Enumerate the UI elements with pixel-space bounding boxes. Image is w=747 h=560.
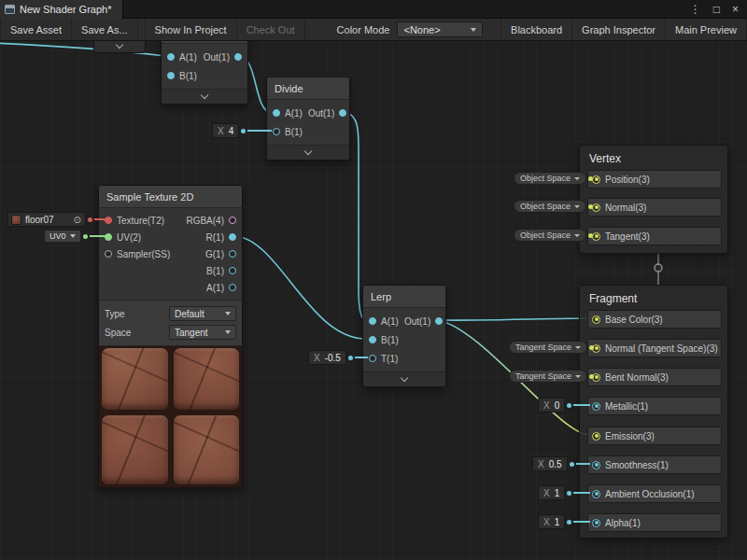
vertex-row-tangent[interactable]: Tangent(3) — [587, 227, 722, 245]
edge[interactable] — [233, 236, 366, 339]
kebab-menu-icon[interactable]: ⋮ — [690, 4, 701, 15]
port-label: A(1) — [179, 52, 197, 63]
port-label: A(1) — [381, 316, 399, 327]
uv-channel-value: UV0 — [49, 231, 66, 241]
position-port[interactable] — [592, 175, 600, 184]
fragment-row-metallic[interactable]: Metallic(1) — [587, 397, 722, 415]
texture-object-field[interactable]: floor07 ⊙ — [7, 212, 86, 227]
fragment-row-normal-tangent[interactable]: Normal (Tangent Space)(3) — [587, 339, 722, 357]
blackboard-button[interactable]: Blackboard — [500, 19, 572, 40]
save-asset-button[interactable]: Save Asset — [0, 19, 72, 40]
chevron-down-icon — [225, 330, 231, 334]
connector-dot — [241, 129, 246, 133]
fragment-block[interactable]: Fragment Base Color(3) Normal (Tangent S… — [579, 285, 728, 539]
alpha-port[interactable] — [592, 519, 600, 527]
fragment-row-emission[interactable]: Emission(3) — [587, 427, 722, 445]
emission-port[interactable] — [592, 432, 600, 441]
chevron-down-icon — [201, 91, 208, 99]
sampler-in-port[interactable] — [105, 250, 112, 258]
connector-dot — [567, 491, 571, 496]
vertex-row-normal[interactable]: Normal(3) — [587, 198, 722, 217]
b-out-port[interactable] — [229, 267, 236, 274]
sample-texture-2d-title[interactable]: Sample Texture 2D — [99, 186, 242, 208]
port-label: Out(1) — [404, 316, 430, 327]
partial-b-port[interactable] — [167, 72, 175, 79]
r-out-port[interactable] — [229, 233, 236, 241]
alpha-default-field[interactable]: X1 — [538, 514, 565, 529]
edge[interactable] — [437, 318, 588, 320]
axis-label: X — [314, 353, 320, 363]
partial-node[interactable]: A(1) Out(1) B(1) — [161, 41, 248, 105]
normal-tangent-space-dropdown[interactable]: Tangent Space — [509, 341, 587, 354]
stack-link-handle[interactable] — [655, 264, 662, 272]
normal-port[interactable] — [592, 203, 600, 212]
divide-collapse-button[interactable] — [267, 145, 349, 160]
g-out-port[interactable] — [229, 250, 236, 258]
vertex-row-position[interactable]: Position(3) — [587, 170, 722, 189]
lerp-node[interactable]: Lerp A(1) Out(1) B(1) T(1) — [362, 285, 446, 387]
lerp-a-port[interactable] — [369, 317, 376, 325]
divide-node-title[interactable]: Divide — [267, 77, 349, 100]
window-tab[interactable]: New Shader Graph* — [0, 0, 123, 19]
connector-line — [94, 218, 107, 220]
main-preview-button[interactable]: Main Preview — [666, 19, 747, 40]
fragment-row-base-color[interactable]: Base Color(3) — [587, 310, 722, 329]
space-dropdown[interactable]: Tangent — [169, 325, 236, 340]
divide-b-default-field[interactable]: X 4 — [212, 123, 239, 138]
graph-inspector-button[interactable]: Graph Inspector — [572, 19, 666, 40]
type-dropdown[interactable]: Default — [169, 306, 236, 321]
show-in-project-button[interactable]: Show In Project — [145, 19, 237, 40]
metallic-default-field[interactable]: X0 — [538, 398, 565, 413]
fragment-row-ambient-occlusion[interactable]: Ambient Occlusion(1) — [587, 484, 722, 503]
base-color-port[interactable] — [592, 315, 600, 324]
connector-dot — [588, 204, 593, 209]
vertex-block[interactable]: Vertex Position(3) Normal(3) Tangent(3) — [579, 145, 728, 254]
fragment-title: Fragment — [589, 292, 637, 305]
a-out-port[interactable] — [229, 284, 236, 291]
port-label: B(1) — [381, 335, 399, 345]
close-icon[interactable]: × — [732, 4, 739, 15]
partial-out-port[interactable] — [234, 53, 242, 61]
save-as-button[interactable]: Save As... — [72, 19, 138, 40]
fragment-row-smoothness[interactable]: Smoothness(1) — [587, 455, 722, 474]
smoothness-port[interactable] — [592, 461, 600, 469]
row-label: Normal(3) — [605, 203, 646, 213]
ambient-occlusion-port[interactable] — [592, 490, 600, 498]
tangent-space-dropdown[interactable]: Object Space — [514, 229, 586, 242]
graph-canvas[interactable]: A(1) Out(1) B(1) Divide A(1) — [0, 41, 747, 560]
chevron-down-icon — [574, 234, 580, 237]
field-value[interactable]: -0.5 — [325, 353, 341, 363]
fragment-row-bent-normal[interactable]: Bent Normal(3) — [587, 368, 722, 386]
divide-node[interactable]: Divide A(1) Out(1) B(1) — [266, 77, 350, 161]
uv-channel-dropdown[interactable]: UV0 — [44, 230, 81, 243]
lerp-out-port[interactable] — [435, 317, 443, 325]
color-mode-dropdown[interactable]: <None> — [397, 21, 483, 37]
color-mode-label: Color Mode — [330, 19, 398, 40]
lerp-t-default-field[interactable]: X -0.5 — [308, 350, 346, 365]
lerp-node-title[interactable]: Lerp — [363, 286, 445, 308]
object-picker-icon[interactable]: ⊙ — [74, 215, 81, 225]
partial-a-port[interactable] — [167, 53, 175, 61]
offscreen-node-collapse-strip[interactable] — [93, 41, 146, 53]
partial-collapse-button[interactable] — [162, 89, 247, 104]
metallic-port[interactable] — [592, 402, 600, 411]
divide-a-port[interactable] — [273, 109, 280, 117]
divide-out-port[interactable] — [339, 109, 346, 117]
maximize-icon[interactable]: □ — [713, 4, 720, 15]
position-space-dropdown[interactable]: Object Space — [514, 172, 586, 185]
rgba-out-port[interactable] — [229, 217, 236, 224]
bent-normal-space-dropdown[interactable]: Tangent Space — [509, 370, 587, 383]
field-value[interactable]: 4 — [229, 126, 234, 136]
lerp-t-port[interactable] — [369, 355, 376, 362]
fragment-row-alpha[interactable]: Alpha(1) — [587, 513, 722, 532]
divide-b-port[interactable] — [273, 128, 280, 135]
ambient-occlusion-default-field[interactable]: X1 — [538, 485, 565, 500]
smoothness-default-field[interactable]: X0.5 — [532, 456, 568, 471]
lerp-collapse-button[interactable] — [363, 371, 445, 386]
normal-space-dropdown[interactable]: Object Space — [514, 200, 586, 213]
lerp-b-port[interactable] — [369, 336, 376, 343]
tangent-port[interactable] — [592, 232, 600, 241]
toolbar-spacer — [483, 19, 500, 40]
alpha-default-connector: X1 — [538, 514, 590, 529]
sample-texture-2d-node[interactable]: Sample Texture 2D Texture(T2) RGBA(4) UV… — [98, 185, 243, 488]
